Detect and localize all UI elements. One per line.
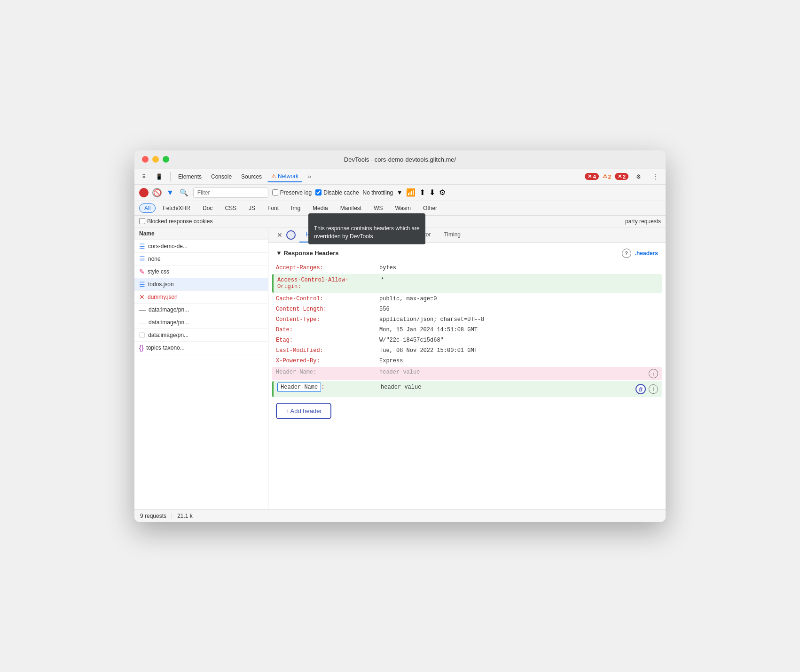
request-name: topics-taxono... — [146, 344, 184, 351]
request-name: data:image/pn... — [149, 306, 189, 313]
disable-cache-checkbox[interactable]: Disable cache — [315, 189, 359, 196]
title-bar: DevTools - cors-demo-devtools.glitch.me/ — [134, 150, 666, 169]
tooltip-box: This response contains headers which are… — [308, 213, 425, 244]
header-row: X-Powered-By: Express — [276, 356, 658, 366]
header-row: Accept-Ranges: bytes — [276, 263, 658, 273]
upload-icon[interactable]: ⬆ — [419, 188, 425, 197]
filter-media[interactable]: Media — [307, 203, 333, 213]
filter-other[interactable]: Other — [418, 203, 442, 213]
request-name: data:image/pn... — [149, 319, 189, 326]
device-icon: 📱 — [156, 173, 163, 180]
more-options-button[interactable]: ⋮ — [649, 172, 662, 182]
filter-input[interactable] — [193, 188, 268, 198]
doc-icon: ☰ — [139, 281, 145, 288]
filter-css[interactable]: CSS — [220, 203, 242, 213]
tab-elements[interactable]: Elements — [174, 172, 205, 182]
header-key: Etag: — [276, 337, 379, 344]
list-item-selected[interactable]: ☰ todos.json — [134, 278, 268, 291]
header-row-editable: Header-Name: header value 🗑 i — [272, 381, 662, 397]
header-info-icon-2[interactable]: i — [649, 384, 658, 394]
header-row-highlighted: Access-Control-Allow-Origin: * — [272, 274, 662, 293]
header-key-editable: Header-Name: — [277, 384, 381, 391]
search-icon[interactable]: 🔍 — [179, 188, 189, 198]
list-item[interactable]: ☰ cors-demo-de... — [134, 240, 268, 253]
status-separator: | — [171, 513, 173, 519]
wifi-icon: 📶 — [406, 188, 416, 197]
requests-panel: Name ☰ cors-demo-de... ☰ none ✎ style.cs… — [134, 227, 268, 509]
headers-file-link[interactable]: .headers — [635, 250, 658, 257]
header-row: Date: Mon, 15 Jan 2024 14:51:08 GMT — [276, 325, 658, 335]
filter-wasm[interactable]: Wasm — [390, 203, 416, 213]
settings-button[interactable]: ⚙ — [632, 172, 645, 182]
request-name: style.css — [148, 268, 169, 275]
filter-doc[interactable]: Doc — [197, 203, 218, 213]
header-key: Access-Control-Allow-Origin: — [277, 277, 381, 290]
add-header-button[interactable]: + Add header — [276, 403, 331, 419]
filter-img[interactable]: Img — [286, 203, 306, 213]
main-content: Name ☰ cors-demo-de... ☰ none ✎ style.cs… — [134, 227, 666, 509]
filter-fetch-xhr[interactable]: Fetch/XHR — [157, 203, 196, 213]
close-details-button[interactable]: ✕ — [273, 227, 286, 242]
select-tool-button[interactable]: ⠿ — [138, 172, 150, 182]
filter-icon[interactable]: ▼ — [165, 188, 175, 198]
device-toggle-button[interactable]: 📱 — [152, 172, 166, 182]
header-info-icon[interactable]: i — [649, 369, 658, 378]
filter-manifest[interactable]: Manifest — [335, 203, 367, 213]
delete-header-button[interactable]: 🗑 — [635, 384, 646, 394]
header-key: Date: — [276, 327, 379, 333]
list-item[interactable]: ✕ dummy.json — [134, 291, 268, 304]
maximize-button[interactable] — [163, 156, 169, 163]
tab-more[interactable]: » — [304, 172, 315, 182]
tab-console[interactable]: Console — [207, 172, 235, 182]
section-title-actions: ? .headers — [622, 249, 658, 258]
select-icon: ⠿ — [142, 173, 146, 180]
details-panel: ✕ Headers Preview Response Initiator Tim… — [268, 227, 666, 509]
header-value: bytes — [379, 265, 658, 271]
status-bar: 9 requests | 21.1 k — [134, 509, 666, 522]
header-key: Last-Modified: — [276, 347, 379, 354]
toolbar-right-icons: ✕ 4 ⚠ 2 ✕ 2 ⚙ ⋮ — [585, 172, 662, 182]
tab-timing[interactable]: Timing — [437, 227, 467, 242]
request-name: none — [148, 256, 161, 262]
list-item[interactable]: ☐ data:image/pn... — [134, 329, 268, 342]
list-item[interactable]: ✎ style.css — [134, 266, 268, 278]
network-settings-icon[interactable]: ⚙ — [439, 188, 446, 197]
json-icon: {} — [139, 344, 143, 352]
minimize-button[interactable] — [152, 156, 159, 163]
filter-js[interactable]: JS — [243, 203, 260, 213]
list-item[interactable]: {} topics-taxono... — [134, 342, 268, 354]
tab-sources[interactable]: Sources — [237, 172, 266, 182]
requests-list: ☰ cors-demo-de... ☰ none ✎ style.css ☰ t… — [134, 240, 268, 509]
blocked-cookies-checkbox[interactable] — [139, 218, 145, 224]
request-name: cors-demo-de... — [148, 243, 188, 250]
stop-recording-button[interactable] — [139, 188, 149, 197]
list-item[interactable]: ☰ none — [134, 253, 268, 266]
header-value: Tue, 08 Nov 2022 15:00:01 GMT — [379, 347, 658, 354]
filter-ws[interactable]: WS — [369, 203, 388, 213]
header-name-input[interactable]: Header-Name — [277, 383, 321, 392]
filter-font[interactable]: Font — [262, 203, 284, 213]
header-actions: 🗑 i — [635, 384, 658, 394]
traffic-lights — [142, 156, 169, 163]
error-icon: ✕ — [139, 293, 145, 301]
img-icon: — — [139, 306, 146, 313]
download-icon[interactable]: ⬇ — [429, 188, 435, 197]
help-icon[interactable]: ? — [622, 249, 631, 258]
blocked-cookies-label: Blocked response cookies — [147, 218, 212, 225]
preserve-log-checkbox[interactable]: Preserve log — [272, 189, 312, 196]
no-throttle-label: No throttling — [363, 189, 393, 196]
error-badge-1: ✕ 4 — [585, 173, 599, 180]
list-item[interactable]: — data:image/pn... — [134, 304, 268, 316]
throttle-dropdown-icon[interactable]: ▼ — [397, 189, 402, 196]
header-key: Accept-Ranges: — [276, 265, 379, 271]
header-value: public, max-age=0 — [379, 296, 658, 302]
header-value: Express — [379, 358, 658, 364]
filter-all[interactable]: All — [139, 203, 156, 213]
circle-indicator — [286, 230, 296, 240]
header-row: Etag: W/"22c-18457c15d68" — [276, 335, 658, 345]
requests-column-header: Name — [134, 227, 268, 240]
list-item[interactable]: — data:image/pn... — [134, 316, 268, 329]
clear-button[interactable]: 🚫 — [152, 188, 162, 197]
tab-network[interactable]: ⚠ Network — [267, 171, 302, 182]
close-button[interactable] — [142, 156, 149, 163]
